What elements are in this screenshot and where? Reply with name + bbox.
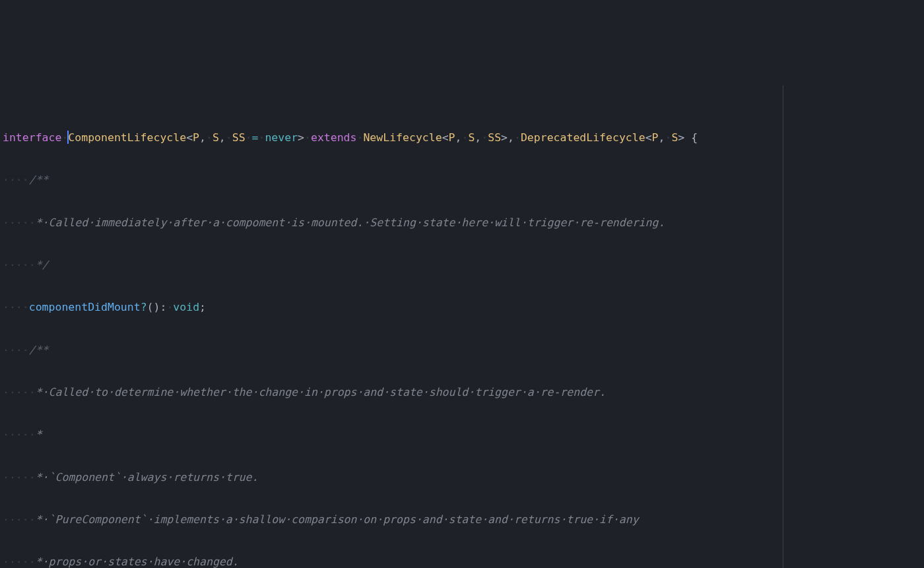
code-line[interactable]: ·····*·Called·to·determine·whether·the·c… xyxy=(3,382,921,403)
code-line[interactable]: ·····* xyxy=(3,424,921,445)
code-line[interactable]: ·····*·Called·immediately·after·a·compom… xyxy=(3,212,921,234)
code-line[interactable]: ····componentDidMount?():·void; xyxy=(3,297,921,318)
code-line[interactable]: ····/** xyxy=(3,340,921,361)
code-line[interactable]: ·····*·`PureComponent`·implements·a·shal… xyxy=(3,509,921,530)
code-line[interactable]: interface·ComponentLifecycle<P,·S,·SS·=·… xyxy=(3,127,921,148)
keyword-interface: interface xyxy=(3,131,61,144)
code-line[interactable]: ·····*/ xyxy=(3,255,921,276)
method-componentDidMount: componentDidMount xyxy=(29,301,141,313)
code-line[interactable]: ·····*·`Component`·always·returns·true. xyxy=(3,467,921,488)
code-line[interactable]: ·····*·props·or·states·have·changed. xyxy=(3,552,921,568)
interface-name: ComponentLifecycle xyxy=(68,131,186,144)
ruler-guide xyxy=(783,85,783,568)
code-editor[interactable]: interface·ComponentLifecycle<P,·S,·SS·=·… xyxy=(0,85,924,568)
code-line[interactable]: ····/** xyxy=(3,170,921,191)
